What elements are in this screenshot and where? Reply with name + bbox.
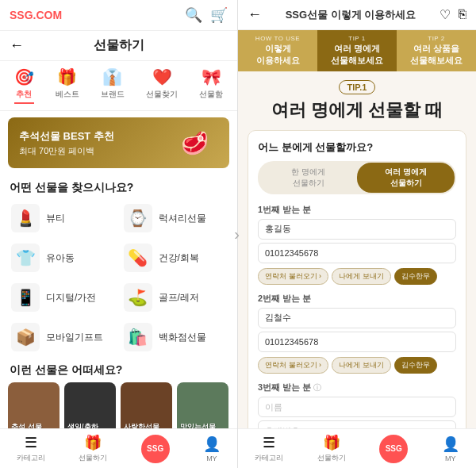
back-button[interactable]: ←	[10, 37, 24, 54]
recipient-2-phone[interactable]	[258, 332, 456, 352]
tab-find-gift[interactable]: ❤️ 선물찾기	[146, 67, 178, 104]
recipient-1-phone[interactable]	[258, 243, 456, 263]
quick-contact-1[interactable]: 김수한무	[394, 268, 437, 285]
tab-recommend[interactable]: 🎯 추천	[14, 67, 34, 104]
bnav-gift[interactable]: 🎁 선물하기	[79, 434, 107, 463]
golf-icon: ⛳	[124, 283, 152, 312]
cart-icon[interactable]: 🛒	[210, 6, 228, 24]
how-tab-main-0: 이렇게이용하세요	[241, 43, 314, 67]
luxury-label: 럭셔리선물	[159, 212, 206, 225]
category-mobile[interactable]: 📦 모바일기프트	[6, 317, 119, 357]
reco-cards-row: 추석 선물 생일/축하 사랑한선물 맛있는선물	[0, 382, 237, 428]
category-kids[interactable]: 👕 유아동	[6, 238, 119, 278]
left-header: SSG.COM 🔍 🛒	[0, 0, 237, 31]
ssg-logo: SSG.COM	[10, 9, 62, 21]
category-health[interactable]: 💊 건강/회복	[119, 238, 232, 278]
category-golf[interactable]: ⛳ 골프/레저	[119, 278, 232, 317]
r-bnav-gift[interactable]: 🎁 선물하기	[317, 434, 346, 463]
form-question: 어느 분에게 선물할까요?	[258, 140, 456, 155]
reco-card-starbucks[interactable]: 사랑한선물	[121, 382, 172, 428]
bnav-my[interactable]: 👤 MY	[203, 435, 221, 462]
left-nav: ← 선물하기	[0, 31, 237, 61]
gift-nav-label: 선물하기	[79, 453, 107, 463]
r-gift-label: 선물하기	[317, 453, 346, 463]
banner-text: 추석선물 BEST 추천 최대 70만원 페이백	[19, 129, 114, 157]
category-digital[interactable]: 📱 디지털/가전	[6, 278, 119, 317]
how-tab-main-2: 여러 상품을선물해보세요	[400, 43, 473, 67]
banner-image: 🥩	[171, 123, 218, 163]
category-nav-icon: ☰	[25, 434, 37, 451]
category-luxury[interactable]: ⌚ 럭셔리선물	[119, 198, 232, 238]
tab-best[interactable]: 🎁 베스트	[56, 67, 79, 104]
bnav-category[interactable]: ☰ 카테고리	[17, 434, 45, 463]
recipient-3-name[interactable]	[258, 397, 456, 417]
heart-icon[interactable]: ♡	[440, 7, 451, 22]
toggle-one-person[interactable]: 한 명에게선물하기	[259, 163, 357, 193]
promo-banner[interactable]: 추석선물 BEST 추천 최대 70만원 페이백 🥩	[8, 117, 229, 168]
kids-label: 유아동	[46, 251, 75, 265]
tip-heading-text: 여러 명에게 선물할 때	[248, 99, 466, 122]
mobile-label: 모바일기프트	[46, 331, 103, 344]
tab-best-label: 베스트	[56, 89, 79, 100]
mobile-icon: 📦	[11, 323, 40, 351]
send-to-me-button-1[interactable]: 나에게 보내기	[332, 268, 391, 285]
best-icon: 🎁	[57, 67, 77, 86]
r-my-icon: 👤	[442, 435, 459, 453]
right-chevron[interactable]: ›	[234, 225, 240, 244]
reco-card-food[interactable]: 맛있는선물	[177, 382, 228, 428]
how-tab-small-0: HOW TO USE	[241, 35, 314, 42]
reco-card-bg3: 사랑한선물	[121, 382, 172, 428]
recipient-toggle: 한 명에게선물하기 여러 명에게선물하기	[258, 161, 456, 194]
category-department[interactable]: 🛍️ 백화점선물	[119, 317, 232, 357]
right-header: ← SSG선물 이렇게 이용하세요 ♡ ⎘	[238, 0, 476, 30]
reco-card-bg: 추석 선물	[8, 382, 60, 428]
r-my-label: MY	[445, 455, 456, 462]
right-back-button[interactable]: ←	[248, 6, 262, 23]
category-nav-label: 카테고리	[17, 453, 45, 463]
recommend-icon: 🎯	[14, 67, 34, 86]
right-content: 어느 분에게 선물할까요? 한 명에게선물하기 여러 명에게선물하기 1번째 받…	[238, 130, 476, 428]
recipient-1-actions: 연락처 불러오기 › 나에게 보내기 김수한무	[258, 268, 456, 285]
r-ssg-circle: SSG	[379, 435, 408, 463]
my-nav-icon: 👤	[203, 435, 221, 453]
share-icon[interactable]: ⎘	[459, 7, 466, 22]
recipient-3-phone[interactable]	[258, 420, 456, 428]
tab-find-label: 선물찾기	[146, 89, 178, 100]
reco-label-food: 맛있는선물	[180, 423, 216, 428]
how-tab-tip1[interactable]: TIP 1 여러 명에게선물해보세요	[317, 30, 397, 71]
recipient-3-label: 3번째 받는 분 ⓘ	[258, 382, 456, 393]
r-bnav-my[interactable]: 👤 MY	[442, 435, 459, 462]
reco-card-birthday[interactable]: 생일/축하	[64, 382, 116, 428]
contacts-button-2[interactable]: 연락처 불러오기 ›	[258, 357, 328, 374]
contacts-button-1[interactable]: 연락처 불러오기 ›	[258, 268, 328, 285]
send-to-me-button-2[interactable]: 나에게 보내기	[332, 357, 391, 374]
search-icon[interactable]: 🔍	[185, 6, 202, 24]
r-category-icon: ☰	[263, 434, 275, 451]
recipient-1-name[interactable]	[258, 219, 456, 240]
reco-card-chuseok[interactable]: 추석 선물	[8, 382, 60, 428]
recipient-2-label: 2번째 받는 분	[258, 293, 456, 305]
right-panel: ← SSG선물 이렇게 이용하세요 ♡ ⎘ HOW TO USE 이렇게이용하세…	[238, 0, 476, 468]
r-bnav-ssg[interactable]: SSG	[379, 435, 408, 463]
banner-line2: 최대 70만원 페이백	[19, 145, 114, 157]
quick-contact-2[interactable]: 김수한무	[394, 357, 437, 374]
how-tab-tip2[interactable]: TIP 2 여러 상품을선물해보세요	[397, 30, 476, 71]
tab-brand[interactable]: 👔 브랜드	[101, 67, 125, 104]
gift-category-grid: 💄 뷰티 ⌚ 럭셔리선물 👕 유아동 💊 건강/회복 📱 디지털/가전 ⛳	[0, 198, 237, 357]
recipient-2-name[interactable]	[258, 308, 456, 328]
category-beauty[interactable]: 💄 뷰티	[6, 198, 119, 238]
r-bnav-category[interactable]: ☰ 카테고리	[255, 434, 283, 463]
beauty-label: 뷰티	[46, 212, 65, 225]
toggle-multi-person[interactable]: 여러 명에게선물하기	[357, 163, 455, 193]
digital-icon: 📱	[11, 283, 40, 312]
how-tab-howto[interactable]: HOW TO USE 이렇게이용하세요	[238, 30, 317, 71]
department-label: 백화점선물	[159, 331, 206, 344]
brand-icon: 👔	[102, 67, 122, 86]
gift-form-card: 어느 분에게 선물할까요? 한 명에게선물하기 여러 명에게선물하기 1번째 받…	[248, 130, 466, 428]
banner-line1: 추석선물 BEST 추천	[19, 129, 114, 144]
reco-label-starbucks: 사랑한선물	[124, 423, 159, 428]
bnav-ssg[interactable]: SSG	[141, 435, 170, 463]
header-icons: 🔍 🛒	[185, 6, 228, 24]
right-header-icons: ♡ ⎘	[440, 7, 466, 22]
tab-gift-box[interactable]: 🎀 선물함	[199, 67, 223, 104]
